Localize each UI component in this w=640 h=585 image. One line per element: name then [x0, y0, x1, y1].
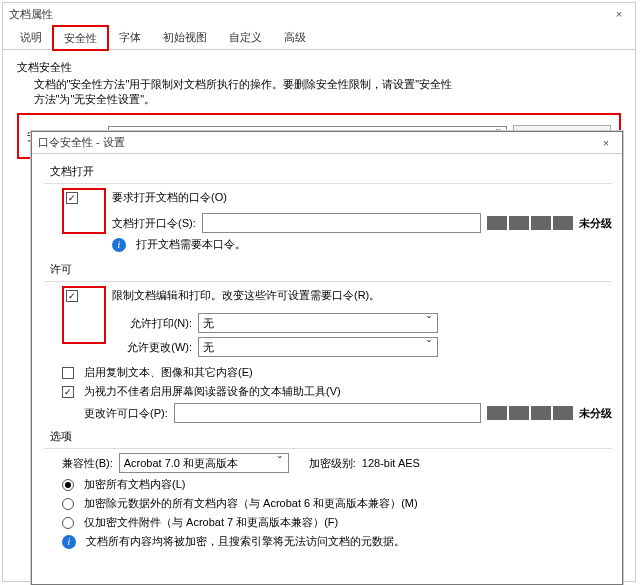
- doc-security-desc: 文档的"安全性方法"用于限制对文档所执行的操作。要删除安全性限制，请设置"安全性…: [17, 77, 621, 107]
- info-icon: i: [112, 238, 126, 252]
- allow-change-select[interactable]: 无: [198, 337, 438, 357]
- compat-label: 兼容性(B):: [62, 456, 113, 471]
- encrypt-all-radio[interactable]: [62, 479, 74, 491]
- encrypt-except-metadata-radio[interactable]: [62, 498, 74, 510]
- perm-password-label: 更改许可口令(P):: [84, 406, 168, 421]
- dialog-close-icon[interactable]: ×: [596, 137, 616, 149]
- perm-password-strength-text: 未分级: [579, 406, 612, 421]
- enable-accessibility-label: 为视力不佳者启用屏幕阅读器设备的文本辅助工具(V): [84, 384, 341, 399]
- group-open: 文档打开: [50, 164, 612, 179]
- tab-custom[interactable]: 自定义: [218, 25, 273, 49]
- allow-print-label: 允许打印(N):: [112, 316, 192, 331]
- tab-advanced[interactable]: 高级: [273, 25, 317, 49]
- allow-change-label: 允许更改(W):: [112, 340, 192, 355]
- tab-fonts[interactable]: 字体: [108, 25, 152, 49]
- group-permissions: 许可: [50, 262, 612, 277]
- open-password-label: 文档打开口令(S):: [112, 216, 196, 231]
- tab-bar: 说明 安全性 字体 初始视图 自定义 高级: [3, 25, 635, 50]
- close-icon[interactable]: ×: [609, 8, 629, 20]
- perm-password-strength-meter: [487, 406, 573, 420]
- encrypt-all-label: 加密所有文档内容(L): [84, 477, 185, 492]
- compat-select[interactable]: Acrobat 7.0 和更高版本: [119, 453, 289, 473]
- encrypt-attachments-label: 仅加密文件附件（与 Acrobat 7 和更高版本兼容）(F): [84, 515, 338, 530]
- require-open-password-checkbox[interactable]: [66, 192, 78, 204]
- tab-description[interactable]: 说明: [9, 25, 53, 49]
- tab-initial-view[interactable]: 初始视图: [152, 25, 218, 49]
- open-password-strength-meter: [487, 216, 573, 230]
- perm-highlight-box: [62, 286, 106, 344]
- restrict-editing-label: 限制文档编辑和打印。改变这些许可设置需要口令(R)。: [112, 288, 612, 303]
- open-password-strength-text: 未分级: [579, 216, 612, 231]
- encryption-level-label: 加密级别:: [309, 456, 356, 471]
- open-password-input[interactable]: [202, 213, 481, 233]
- window-title: 文档属性: [9, 7, 609, 22]
- open-password-hint: 打开文档需要本口令。: [136, 237, 246, 252]
- enable-copy-checkbox[interactable]: [62, 367, 74, 379]
- tab-security[interactable]: 安全性: [53, 26, 108, 50]
- encrypt-attachments-radio[interactable]: [62, 517, 74, 529]
- password-security-dialog: 口令安全性 - 设置 × 文档打开 要求打开文档的口令(O) 文档打开口令(S)…: [31, 131, 623, 585]
- allow-print-select[interactable]: 无: [198, 313, 438, 333]
- enable-accessibility-checkbox[interactable]: [62, 386, 74, 398]
- require-open-password-label: 要求打开文档的口令(O): [112, 190, 612, 205]
- encryption-level-value: 128-bit AES: [362, 457, 420, 469]
- dialog-title: 口令安全性 - 设置: [38, 135, 596, 150]
- info-icon: i: [62, 535, 76, 549]
- group-options: 选项: [50, 429, 612, 444]
- perm-password-input[interactable]: [174, 403, 481, 423]
- options-hint: 文档所有内容均将被加密，且搜索引擎将无法访问文档的元数据。: [86, 534, 405, 549]
- open-highlight-box: [62, 188, 106, 234]
- enable-copy-label: 启用复制文本、图像和其它内容(E): [84, 365, 253, 380]
- encrypt-except-metadata-label: 加密除元数据外的所有文档内容（与 Acrobat 6 和更高版本兼容）(M): [84, 496, 418, 511]
- restrict-editing-checkbox[interactable]: [66, 290, 78, 302]
- doc-security-heading: 文档安全性: [17, 60, 621, 75]
